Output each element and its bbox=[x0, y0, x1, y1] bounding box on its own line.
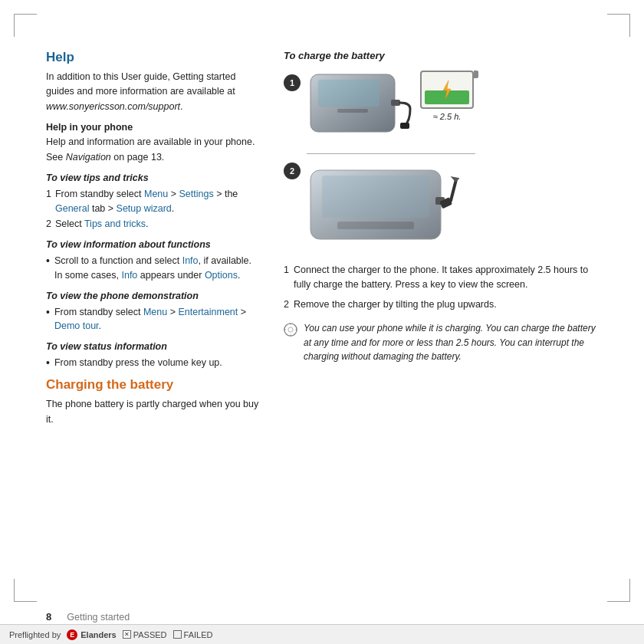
functions-heading: To view information about functions bbox=[46, 239, 261, 250]
tips-step1: 1 From standby select Menu > Settings > … bbox=[46, 187, 261, 216]
left-column: Help In addition to this User guide, Get… bbox=[46, 42, 261, 590]
status-list: • From standby press the volume key up. bbox=[46, 356, 261, 371]
link-general: General bbox=[55, 203, 89, 214]
footer-label: Getting started bbox=[67, 612, 130, 623]
lightning-icon bbox=[439, 79, 455, 100]
demo-item: • From standby select Menu > Entertainme… bbox=[46, 305, 261, 334]
failed-box: FAILED bbox=[173, 630, 213, 639]
link-info1: Info bbox=[182, 255, 199, 266]
functions-item: • Scroll to a function and select Info, … bbox=[46, 254, 261, 283]
svg-rect-6 bbox=[322, 176, 429, 218]
images-section: 1 bbox=[284, 71, 598, 252]
image-row-2: 2 bbox=[284, 159, 598, 249]
status-text: From standby press the volume key up. bbox=[54, 356, 222, 371]
tip-text: You can use your phone while it is charg… bbox=[304, 321, 598, 364]
svg-line-20 bbox=[294, 334, 295, 334]
preflight-label: Preflighted by bbox=[9, 630, 61, 639]
instruction-1: 1 Connect the charger to the phone. It t… bbox=[284, 263, 598, 293]
failed-label: FAILED bbox=[184, 630, 213, 639]
demo-heading: To view the phone demonstration bbox=[46, 291, 261, 301]
link-menu2: Menu bbox=[143, 307, 167, 317]
elanders-icon: E bbox=[67, 629, 77, 640]
tips-list: 1 From standby select Menu > Settings > … bbox=[46, 187, 261, 232]
link-menu1: Menu bbox=[144, 189, 168, 199]
instruction-2: 2 Remove the charger by tilting the plug… bbox=[284, 297, 598, 312]
passed-box: PASSED bbox=[123, 630, 167, 639]
demo-list: • From standby select Menu > Entertainme… bbox=[46, 305, 261, 334]
divider-line bbox=[307, 153, 475, 154]
link-demo-tour: Demo tour bbox=[54, 320, 99, 331]
help-body: In addition to this User guide, Getting … bbox=[46, 70, 261, 114]
passed-checkbox bbox=[123, 630, 131, 639]
svg-rect-4 bbox=[400, 123, 409, 129]
phone-svg-1 bbox=[307, 71, 414, 143]
charge-title: To charge the battery bbox=[284, 50, 598, 61]
phone-image-1: ≈ 2.5 h. bbox=[307, 71, 474, 146]
battery-indicator bbox=[420, 71, 474, 109]
tips-step2: 2 Select Tips and tricks. bbox=[46, 217, 261, 232]
charging-body: The phone battery is partly charged when… bbox=[46, 397, 261, 427]
corner-mark-bl bbox=[14, 579, 37, 602]
svg-line-10 bbox=[444, 179, 464, 201]
status-item: • From standby press the volume key up. bbox=[46, 356, 261, 371]
help-title: Help bbox=[46, 50, 261, 65]
svg-rect-3 bbox=[391, 100, 400, 106]
preflight-logo: E Elanders bbox=[67, 629, 116, 640]
svg-rect-1 bbox=[318, 80, 380, 107]
link-options: Options bbox=[205, 270, 238, 281]
instructions-list: 1 Connect the charger to the phone. It t… bbox=[284, 263, 598, 312]
link-setup-wizard: Setup wizard bbox=[117, 203, 172, 214]
link-entertainment: Entertainment bbox=[178, 307, 238, 317]
corner-mark-br bbox=[607, 579, 630, 602]
failed-checkbox bbox=[173, 630, 182, 639]
tip-box: You can use your phone while it is charg… bbox=[284, 321, 598, 364]
brand-name: Elanders bbox=[80, 630, 116, 639]
svg-rect-7 bbox=[337, 222, 414, 229]
main-content: Help In addition to this User guide, Get… bbox=[46, 42, 598, 590]
image-row-1: 1 bbox=[284, 71, 598, 146]
tips-heading: To view tips and tricks bbox=[46, 172, 261, 183]
charging-title: Charging the battery bbox=[46, 377, 261, 393]
svg-line-18 bbox=[294, 325, 295, 326]
instruction-2-text: Remove the charger by tilting the plug u… bbox=[294, 297, 497, 312]
svg-rect-2 bbox=[337, 109, 368, 113]
help-phone-body: Help and information are available in yo… bbox=[46, 135, 261, 165]
step-circle-1: 1 bbox=[284, 74, 301, 91]
footer: 8 Getting started bbox=[46, 611, 598, 623]
link-settings: Settings bbox=[179, 189, 214, 199]
lightbulb-icon bbox=[284, 323, 297, 337]
right-column: To charge the battery 1 bbox=[284, 42, 598, 590]
link-info2: Info bbox=[121, 270, 137, 281]
preflight-bar: Preflighted by E Elanders PASSED FAILED bbox=[0, 624, 644, 644]
page: Help In addition to this User guide, Get… bbox=[0, 0, 644, 644]
svg-line-17 bbox=[286, 325, 287, 326]
passed-label: PASSED bbox=[133, 630, 167, 639]
corner-mark-tl bbox=[14, 14, 37, 37]
battery-wrap: ≈ 2.5 h. bbox=[420, 71, 474, 121]
svg-point-16 bbox=[288, 327, 293, 332]
help-phone-heading: Help in your phone bbox=[46, 122, 261, 133]
status-heading: To view status information bbox=[46, 341, 261, 352]
help-url: www.sonyericsson.com/support bbox=[46, 101, 180, 112]
approx-time: ≈ 2.5 h. bbox=[433, 112, 462, 121]
link-tips-tricks: Tips and tricks bbox=[84, 219, 146, 229]
page-number: 8 bbox=[46, 611, 51, 623]
phone-image-2 bbox=[307, 159, 475, 249]
step-circle-2: 2 bbox=[284, 163, 301, 179]
tip-icon bbox=[284, 323, 297, 364]
instruction-1-text: Connect the charger to the phone. It tak… bbox=[294, 263, 598, 293]
phone-svg-2 bbox=[307, 159, 475, 247]
functions-list: • Scroll to a function and select Info, … bbox=[46, 254, 261, 283]
corner-mark-tr bbox=[607, 14, 630, 37]
svg-line-19 bbox=[286, 334, 287, 334]
